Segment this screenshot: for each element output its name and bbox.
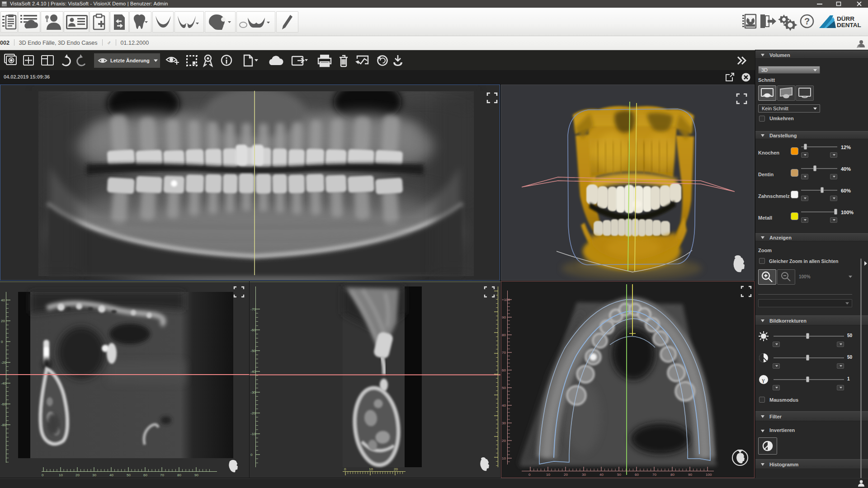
svg-text:-80: -80	[1, 423, 6, 427]
svg-text:0: 0	[42, 473, 44, 477]
svg-text:+100: +100	[502, 298, 510, 302]
svg-text:-40: -40	[250, 370, 256, 374]
svg-text:-20: -20	[1, 361, 6, 365]
svg-text:-10: -10	[250, 432, 256, 436]
svg-text:30: 30	[92, 473, 96, 477]
svg-text:40: 40	[502, 404, 506, 408]
svg-text:0: 0	[344, 467, 346, 471]
svg-text:90: 90	[688, 473, 692, 477]
svg-text:10: 10	[369, 467, 373, 471]
svg-text:γ: γ	[762, 376, 765, 383]
svg-text:30: 30	[582, 473, 586, 477]
svg-text:80: 80	[670, 473, 675, 477]
svg-text:DÜRR: DÜRR	[837, 15, 854, 22]
svg-text:30: 30	[502, 421, 506, 425]
svg-text:0: 0	[250, 453, 253, 457]
svg-text:20: 20	[564, 473, 568, 477]
svg-text:40: 40	[1, 298, 5, 302]
svg-text:50: 50	[127, 473, 131, 477]
svg-text:-50: -50	[250, 349, 256, 353]
svg-text:10: 10	[502, 456, 506, 460]
svg-text:60: 60	[143, 473, 147, 477]
svg-text:70: 70	[160, 473, 164, 477]
svg-text:60: 60	[635, 473, 639, 477]
svg-text:80: 80	[502, 333, 506, 337]
svg-text:20: 20	[1, 319, 5, 323]
svg-text:-60: -60	[1, 402, 6, 406]
svg-text:-20: -20	[250, 411, 256, 415]
svg-text:-70: -70	[250, 307, 256, 311]
svg-text:-40: -40	[1, 381, 6, 385]
svg-text:Letzte Änderung: Letzte Änderung	[110, 58, 150, 63]
svg-text:?: ?	[804, 16, 810, 26]
svg-text:0: 0	[1, 340, 3, 344]
svg-text:50: 50	[617, 473, 621, 477]
svg-text:70: 70	[652, 473, 656, 477]
svg-text:DENTAL: DENTAL	[837, 22, 861, 28]
svg-text:0: 0	[528, 473, 531, 477]
svg-text:90: 90	[194, 473, 198, 477]
svg-text:70: 70	[502, 351, 506, 355]
svg-text:-30: -30	[250, 390, 256, 394]
svg-text:40: 40	[599, 473, 604, 477]
svg-text:90: 90	[502, 315, 506, 319]
svg-text:50: 50	[502, 386, 506, 390]
svg-text:10: 10	[59, 473, 63, 477]
svg-text:20: 20	[394, 467, 398, 471]
svg-text:60: 60	[502, 368, 506, 372]
svg-text:80: 80	[177, 473, 181, 477]
svg-text:20: 20	[75, 473, 80, 477]
svg-text:10: 10	[546, 473, 550, 477]
svg-text:-60: -60	[250, 328, 256, 332]
svg-text:40: 40	[109, 473, 113, 477]
svg-text:100: 100	[706, 473, 712, 477]
svg-text:20: 20	[502, 439, 506, 443]
